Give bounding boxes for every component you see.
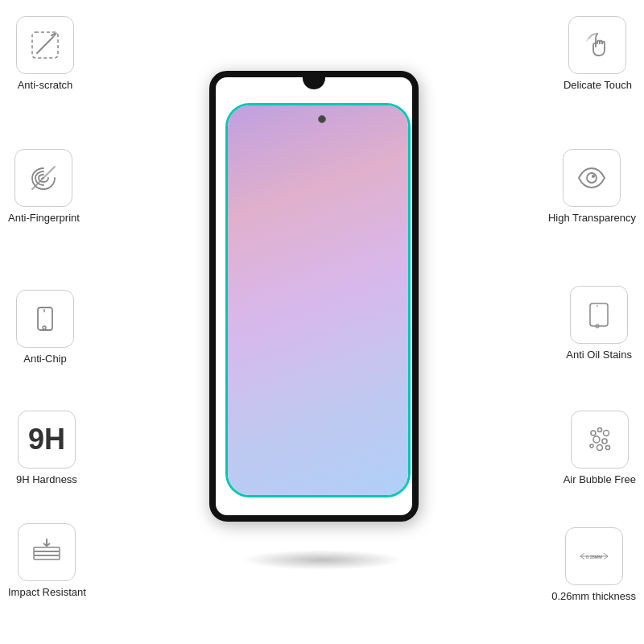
- transparency-icon-box: [563, 149, 621, 207]
- eye-icon: [574, 160, 609, 196]
- main-container: Anti-scratch Anti-Fingerprint Anti-Chip: [0, 0, 644, 644]
- svg-point-19: [603, 431, 609, 436]
- air-bubble-icon-box: [571, 411, 629, 469]
- transparency-label: High Transparency: [548, 212, 636, 224]
- feature-anti-oil: Anti Oil Stains: [566, 286, 632, 361]
- impact-icon-box: [18, 523, 76, 581]
- feature-anti-fingerprint: Anti-Fingerprint: [8, 149, 80, 224]
- feature-9h: 9H 9H Hardness: [16, 411, 77, 485]
- svg-point-24: [605, 446, 609, 450]
- feature-thickness: 0.26MM 0.26mm thickness: [551, 527, 636, 602]
- svg-line-1: [37, 37, 53, 53]
- svg-point-6: [43, 326, 46, 329]
- feature-transparency: High Transparency: [548, 149, 636, 224]
- delicate-touch-icon-box: [568, 16, 626, 74]
- anti-scratch-icon-box: [16, 16, 74, 74]
- svg-rect-14: [590, 303, 608, 326]
- device-shadow: [242, 550, 402, 570]
- delicate-touch-label: Delicate Touch: [564, 79, 632, 91]
- fingerprint-icon: [26, 160, 61, 196]
- 9h-text: 9H: [28, 425, 65, 454]
- phone-camera: [318, 115, 326, 123]
- feature-impact: Impact Resistant: [8, 523, 86, 598]
- 9h-icon-box: 9H: [18, 411, 76, 469]
- feature-air-bubble: Air Bubble Free: [564, 411, 636, 485]
- svg-point-13: [592, 175, 595, 178]
- svg-point-22: [590, 444, 593, 448]
- svg-text:0.26MM: 0.26MM: [586, 555, 602, 559]
- scratch-icon: [27, 27, 63, 63]
- anti-oil-label: Anti Oil Stains: [566, 349, 632, 361]
- oil-icon: [581, 297, 617, 332]
- svg-point-12: [587, 173, 597, 183]
- impact-label: Impact Resistant: [8, 586, 86, 598]
- anti-fingerprint-label: Anti-Fingerprint: [8, 212, 80, 224]
- feature-anti-scratch: Anti-scratch: [16, 16, 74, 91]
- svg-point-23: [597, 445, 602, 451]
- svg-point-18: [597, 428, 601, 432]
- glass-notch: [303, 76, 325, 89]
- anti-fingerprint-icon-box: [14, 149, 72, 207]
- feature-delicate-touch: Delicate Touch: [564, 16, 632, 91]
- thickness-icon-box: 0.26MM: [565, 527, 623, 585]
- phone-area: [209, 71, 435, 554]
- touch-icon: [580, 27, 615, 63]
- air-bubble-label: Air Bubble Free: [564, 473, 636, 485]
- anti-oil-icon-box: [570, 286, 628, 344]
- svg-rect-10: [34, 547, 60, 551]
- 9h-label: 9H Hardness: [16, 473, 77, 485]
- svg-point-20: [593, 436, 600, 443]
- svg-point-17: [591, 431, 596, 436]
- impact-icon: [29, 535, 64, 570]
- thickness-icon: 0.26MM: [576, 539, 612, 574]
- anti-chip-label: Anti-Chip: [23, 353, 66, 365]
- anti-scratch-label: Anti-scratch: [18, 79, 73, 91]
- phone-screen: [228, 105, 408, 495]
- feature-anti-chip: Anti-Chip: [16, 290, 74, 365]
- bubble-icon: [582, 422, 617, 457]
- chip-icon: [27, 301, 63, 336]
- svg-point-21: [602, 439, 607, 444]
- thickness-label: 0.26mm thickness: [551, 590, 636, 602]
- phone-body: [225, 103, 411, 497]
- anti-chip-icon-box: [16, 290, 74, 348]
